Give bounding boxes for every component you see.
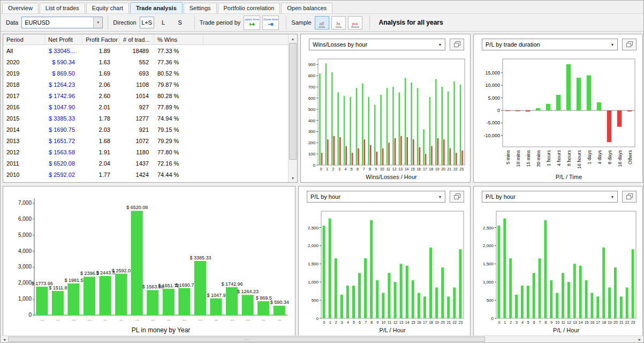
cell-win-rate: 77.80 % [154,149,203,155]
copy-icon [453,193,461,200]
table-row[interactable]: 2010$ 2592.021.77142474.44 % [3,169,288,180]
column-header-period[interactable]: Period [3,34,45,44]
table-row[interactable]: 2019$ 869.501.6969380.52 % [3,68,288,79]
column-header-num-trades[interactable]: # of trad... [120,34,154,44]
tab-open-balances[interactable]: Open balances [281,3,332,13]
pl-hour-panel-1: P/L by hour ▼ 05001,0001,5002,0002,50001… [298,186,471,336]
tab-portfolio-correlation[interactable]: Portfolio correlation [218,3,281,13]
svg-text:400: 400 [308,118,316,123]
table-header: PeriodNet ProfitProfit Factor# of trad..… [3,34,288,45]
table-row[interactable]: 2016$ 1047.902.0192777.89 % [3,101,288,113]
tab-trade-analysis[interactable]: Trade analysis [130,2,183,13]
cell-num-trades: 1180 [120,149,154,155]
table-row[interactable]: 2011$ 6520.082.04143772.16 % [3,158,288,169]
svg-text:23: 23 [459,167,464,171]
svg-text:11: 11 [387,167,390,171]
tab-settings[interactable]: Settings [184,3,217,13]
svg-text:19: 19 [608,320,612,324]
close-time-button[interactable]: close time ⇥ [262,16,279,30]
yearly-stats-panel: PeriodNet ProfitProfit Factor# of trad..… [3,34,298,183]
horizontal-scrollbar-track[interactable]: ⋯ [8,336,636,342]
open-time-button[interactable]: open time ↦ [244,16,260,30]
svg-text:$ 6520.08: $ 6520.08 [126,205,148,210]
cell-period: 2020 [3,59,45,65]
svg-text:5: 5 [353,320,355,324]
table-row[interactable]: 2014$ 1690.752.0392179.15 % [3,124,288,135]
direction-l-button[interactable]: L [156,17,171,28]
chart-type-dropdown-wl[interactable]: Wins/Losses by hour ▼ [309,39,445,50]
sample-pos-icon: pos [351,21,359,27]
table-row[interactable]: 2015$ 3385.331.78127774.94 % [3,113,288,124]
cell-period: 2017 [3,93,45,99]
cell-profit-factor: 1.77 [82,172,120,178]
svg-text:8 hours: 8 hours [566,150,572,167]
svg-text:17: 17 [596,320,600,324]
table-row[interactable]: All$ 33045...1.891848977.33 % [3,45,288,56]
chart-type-dropdown-plhour-2[interactable]: P/L by hour ▼ [482,191,618,203]
chevron-down-icon[interactable]: ▼ [93,17,102,28]
chevron-down-icon: ▼ [435,195,445,199]
svg-text:0: 0 [498,320,500,324]
svg-text:15: 15 [585,320,589,324]
svg-text:900: 900 [308,62,316,67]
copy-chart-button[interactable] [622,191,637,203]
column-header-win-rate[interactable]: % Wins [154,34,203,44]
svg-text:3: 3 [516,320,518,324]
svg-text:0: 0 [313,163,316,168]
svg-text:0: 0 [28,312,32,318]
symbol-combobox[interactable]: EURUSD ▼ [21,17,103,28]
scroll-up-button[interactable]: ▲ [289,34,297,43]
svg-text:2: 2 [332,167,335,171]
sample-all-button[interactable]: all [315,16,329,29]
svg-text:2,000: 2,000 [483,243,494,248]
table-row[interactable]: 2020$ 590.341.6355277.36 % [3,56,288,68]
table-row[interactable]: 2013$ 1651.721.68107279.29 % [3,135,288,146]
table-row[interactable]: 2018$ 1264.232.06110879.87 % [3,79,288,90]
table-row[interactable]: 2017$ 1742.962.60101480.28 % [3,90,288,101]
svg-text:0: 0 [320,167,322,171]
tab-overview[interactable]: Overview [2,3,39,13]
svg-text:14: 14 [405,320,410,324]
table-scrollbar[interactable]: ▲ ▼ [288,34,297,182]
horizontal-scrollbar[interactable]: ◄ ⋯ ► [1,335,643,342]
svg-text:$ 3385.33: $ 3385.33 [190,255,211,260]
copy-chart-button[interactable] [450,39,464,50]
svg-text:15 mins: 15 mins [526,150,531,167]
cell-period: 2012 [3,149,45,155]
cell-period: 2015 [3,115,45,122]
svg-text:Wins/Losses / Hour: Wins/Losses / Hour [366,174,417,180]
svg-text:22: 22 [625,320,630,324]
wins-losses-panel: Wins/Losses by hour ▼ 010020030040050060… [300,34,471,183]
cell-win-rate: 79.87 % [154,81,203,88]
scroll-down-button[interactable]: ▼ [289,174,297,182]
svg-text:17: 17 [423,167,427,171]
direction-s-button[interactable]: S [173,17,187,28]
sample-pos-button[interactable]: pos [348,16,362,29]
chevron-down-icon: ▼ [608,43,617,47]
toolbar-separator [286,16,286,29]
svg-text:23: 23 [631,320,635,324]
column-header-net-profit[interactable]: Net Profit [45,34,82,44]
svg-text:7: 7 [363,167,365,171]
chart-type-dropdown-duration[interactable]: P/L by trade duration ▼ [482,39,618,50]
horizontal-scrollbar-thumb[interactable]: ⋯ [8,337,485,342]
table-scrollbar-thumb[interactable] [289,43,297,160]
column-header-profit-factor[interactable]: Profit Factor [82,34,120,44]
tab-equity-chart[interactable]: Equity chart [86,3,129,13]
table-row[interactable]: 2012$ 1563.581.91118077.80 % [3,146,288,158]
scroll-left-button[interactable]: ◄ [1,336,8,342]
cell-net-profit: $ 1563.58 [45,149,82,155]
svg-text:$ 2592.0: $ 2592.0 [112,268,131,273]
scroll-right-button[interactable]: ► [636,336,643,342]
cell-period: 2016 [3,104,45,110]
copy-chart-button[interactable] [622,39,637,50]
svg-text:...: ... [262,317,266,322]
chart-type-dropdown-plhour-1[interactable]: P/L by hour ▼ [307,191,445,203]
sample-hs-button[interactable]: hs [331,16,346,29]
copy-icon [453,41,461,48]
cell-num-trades: 1424 [120,172,154,178]
direction-ls-button[interactable]: L+S [140,17,154,28]
dropdown-value: P/L by hour [482,193,608,200]
copy-chart-button[interactable] [450,191,464,203]
tab-list-of-trades[interactable]: List of trades [40,3,85,13]
